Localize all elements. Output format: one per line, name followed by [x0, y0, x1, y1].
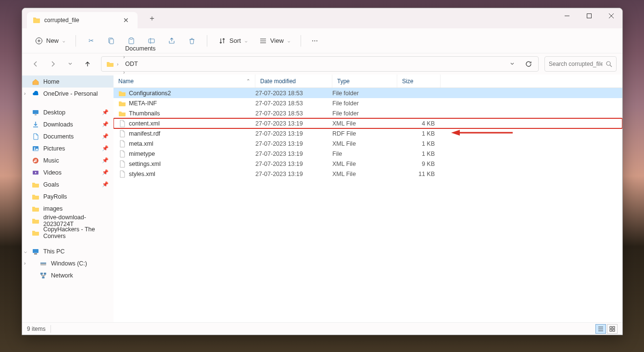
file-type: XML File: [332, 140, 397, 147]
back-button[interactable]: [28, 56, 43, 72]
window-controls: [556, 8, 622, 24]
file-row[interactable]: manifest.rdf 27-07-2023 13:19 RDF File 1…: [114, 128, 622, 138]
delete-button[interactable]: [183, 34, 201, 48]
sidebar-item-label: Windows (C:): [51, 260, 87, 267]
active-tab[interactable]: corrupted_file ✕: [27, 12, 138, 28]
share-button[interactable]: [163, 34, 181, 48]
trash-icon: [188, 37, 196, 45]
music-icon: [32, 157, 39, 164]
breadcrumb-item[interactable]: ODT: [122, 61, 164, 67]
desktop-icon: [32, 109, 39, 116]
sidebar-item-quick[interactable]: Documents 📌: [22, 130, 114, 142]
folder-icon: [118, 110, 126, 117]
search-input[interactable]: [549, 61, 603, 67]
sidebar-item-home[interactable]: Home: [22, 75, 114, 88]
paste-icon: [127, 37, 136, 45]
maximize-button[interactable]: [578, 8, 600, 24]
close-window-button[interactable]: [600, 8, 622, 24]
pin-icon: 📌: [102, 109, 109, 115]
pc-icon: [32, 248, 39, 255]
svg-rect-1: [587, 14, 592, 18]
sidebar-item-quick[interactable]: PayRolls: [22, 190, 114, 202]
new-tab-button[interactable]: ＋: [143, 11, 161, 26]
folder-icon: [33, 16, 40, 24]
recent-dropdown[interactable]: [63, 56, 78, 72]
videos-icon: [32, 169, 39, 176]
sidebar-item-drive[interactable]: › Windows (C:): [22, 257, 114, 269]
sidebar-item-quick[interactable]: CopyHackers - The Convers: [22, 226, 114, 239]
address-dropdown[interactable]: [505, 56, 520, 72]
file-row[interactable]: META-INF 27-07-2023 18:53 File folder: [114, 98, 622, 108]
separator: [301, 35, 301, 47]
folder-icon: [118, 100, 126, 107]
close-tab-button[interactable]: ✕: [120, 16, 132, 24]
svg-rect-36: [610, 329, 612, 331]
file-icon: [118, 150, 126, 158]
file-name: styles.xml: [129, 171, 155, 177]
file-type: XML File: [332, 171, 397, 177]
file-type: File folder: [332, 100, 397, 107]
chevron-down-icon: ⌵: [24, 249, 27, 254]
chevron-right-icon: ›: [24, 91, 25, 96]
sidebar-item-quick[interactable]: Pictures 📌: [22, 142, 114, 154]
address-bar[interactable]: › Documents›ODT›corrupted_file: [101, 56, 539, 72]
sidebar-item-thispc[interactable]: ⌵ This PC: [22, 245, 114, 257]
file-date: 27-07-2023 13:19: [255, 120, 332, 127]
up-button[interactable]: [80, 56, 95, 72]
sidebar-item-label: images: [43, 205, 63, 212]
sidebar-item-quick[interactable]: Videos 📌: [22, 166, 114, 178]
sidebar-item-quick[interactable]: Goals 📌: [22, 178, 114, 190]
file-row[interactable]: Thumbnails 27-07-2023 18:53 File folder: [114, 108, 622, 118]
file-date: 27-07-2023 13:19: [255, 140, 332, 147]
chevron-down-icon: ⌵: [245, 38, 247, 43]
svg-rect-37: [613, 329, 615, 331]
sidebar-item-label: This PC: [43, 248, 64, 255]
sidebar-item-quick[interactable]: Music 📌: [22, 154, 114, 166]
sidebar-item-quick[interactable]: images: [22, 202, 114, 214]
file-date: 27-07-2023 18:53: [255, 110, 332, 117]
file-row[interactable]: mimetype 27-07-2023 13:19 File 1 KB: [114, 149, 622, 159]
breadcrumb-item[interactable]: Documents: [122, 45, 164, 52]
file-row[interactable]: content.xml 27-07-2023 13:19 XML File 4 …: [114, 118, 622, 128]
folder-icon: [32, 205, 39, 213]
new-button[interactable]: New ⌵: [30, 34, 70, 48]
view-button[interactable]: View ⌵: [254, 34, 295, 48]
file-type: RDF File: [332, 130, 397, 137]
minimize-button[interactable]: [556, 8, 578, 24]
cut-button[interactable]: ✂: [82, 34, 100, 48]
sort-button[interactable]: Sort ⌵: [213, 34, 252, 48]
column-header-size[interactable]: Size: [397, 75, 441, 88]
refresh-button[interactable]: [521, 56, 536, 72]
thumbnails-view-toggle[interactable]: [607, 324, 618, 334]
downloads-icon: [32, 121, 39, 128]
file-row[interactable]: styles.xml 27-07-2023 13:19 XML File 11 …: [114, 169, 622, 179]
new-label: New: [46, 37, 59, 44]
search-box[interactable]: [544, 56, 617, 72]
view-mode-toggles: [595, 324, 618, 334]
file-row[interactable]: Configurations2 27-07-2023 18:53 File fo…: [114, 88, 622, 98]
sidebar-item-network[interactable]: Network: [22, 269, 114, 281]
chevron-right-icon: ›: [116, 62, 119, 67]
sidebar-item-quick[interactable]: drive-download-20230724T: [22, 214, 114, 226]
svg-point-21: [34, 147, 36, 149]
chevron-right-icon: ›: [122, 54, 126, 60]
file-row[interactable]: settings.xml 27-07-2023 13:19 XML File 9…: [114, 159, 622, 169]
column-header-type[interactable]: Type: [332, 75, 397, 88]
sidebar-item-onedrive[interactable]: › OneDrive - Personal: [22, 88, 114, 100]
copy-button[interactable]: [102, 34, 120, 48]
sidebar-item-quick[interactable]: Downloads 📌: [22, 118, 114, 130]
file-row[interactable]: meta.xml 27-07-2023 13:19 XML File 1 KB: [114, 138, 622, 149]
details-view-toggle[interactable]: [595, 324, 606, 334]
svg-rect-29: [44, 273, 46, 275]
forward-button[interactable]: [45, 56, 61, 72]
more-button[interactable]: ⋯: [307, 34, 323, 47]
sort-label: Sort: [229, 37, 241, 44]
sidebar-item-quick[interactable]: Desktop 📌: [22, 106, 114, 118]
column-header-name[interactable]: Name ⌃: [114, 75, 255, 88]
column-header-date[interactable]: Date modified: [255, 75, 332, 88]
sidebar-item-label: PayRolls: [43, 193, 67, 200]
share-icon: [167, 37, 176, 45]
sidebar-item-label: Documents: [43, 133, 74, 140]
file-icon: [118, 140, 126, 148]
breadcrumb-root-icon[interactable]: ›: [103, 57, 122, 71]
